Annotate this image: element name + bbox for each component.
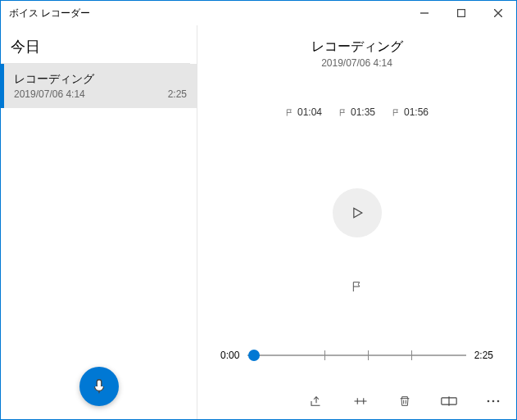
window-controls — [406, 1, 516, 25]
delete-icon — [398, 394, 411, 409]
list-item[interactable]: レコーディング 2019/07/06 4:14 2:25 — [1, 64, 197, 108]
share-icon — [309, 394, 324, 409]
flag-icon — [338, 108, 347, 117]
recordings-list: レコーディング 2019/07/06 4:14 2:25 — [1, 64, 197, 419]
svg-rect-1 — [457, 10, 465, 17]
recording-timestamp: 2019/07/06 4:14 — [321, 57, 392, 69]
recording-title: レコーディング — [311, 38, 403, 56]
add-marker-button[interactable] — [351, 280, 364, 296]
flag-icon — [285, 108, 294, 117]
sidebar-section-header: 今日 — [1, 25, 190, 64]
trim-icon — [353, 394, 368, 409]
app-window: ボイス レコーダー 今日 レコーディング 2019/07/06 4:14 2:2… — [0, 0, 517, 420]
share-button[interactable] — [305, 390, 328, 413]
minimize-icon — [420, 9, 429, 17]
play-button[interactable] — [333, 188, 382, 237]
timeline-tick — [324, 350, 325, 360]
marker-time: 01:56 — [404, 106, 429, 118]
rename-icon — [441, 395, 457, 408]
list-item-sub: 2019/07/06 4:14 2:25 — [14, 88, 187, 100]
trim-button[interactable] — [349, 390, 372, 413]
timeline-end: 2:25 — [474, 350, 493, 361]
timeline-line — [247, 355, 465, 356]
delete-button[interactable] — [393, 390, 416, 413]
timeline: 0:00 2:25 — [220, 347, 493, 364]
titlebar: ボイス レコーダー — [1, 1, 516, 25]
svg-point-16 — [492, 400, 495, 403]
close-icon — [494, 9, 502, 17]
svg-point-15 — [488, 400, 490, 403]
svg-point-17 — [497, 400, 500, 403]
marker-time: 01:35 — [351, 106, 375, 118]
mic-icon — [90, 377, 108, 395]
more-button[interactable] — [482, 390, 505, 413]
marker-time: 01:04 — [297, 106, 322, 118]
more-icon — [486, 399, 501, 404]
body: 今日 レコーディング 2019/07/06 4:14 2:25 — [1, 25, 516, 419]
marker-item[interactable]: 01:35 — [338, 106, 375, 118]
close-button[interactable] — [479, 1, 516, 25]
flag-icon — [392, 108, 401, 117]
marker-item[interactable]: 01:04 — [285, 106, 322, 118]
marker-item[interactable]: 01:56 — [392, 106, 429, 118]
play-icon — [349, 205, 365, 221]
maximize-icon — [457, 9, 465, 17]
action-bar — [305, 390, 505, 413]
maximize-button[interactable] — [442, 1, 479, 25]
app-title: ボイス レコーダー — [9, 7, 90, 20]
sidebar: 今日 レコーディング 2019/07/06 4:14 2:25 — [1, 25, 197, 419]
timeline-tick — [411, 350, 412, 360]
rename-button[interactable] — [438, 390, 460, 413]
timeline-track[interactable] — [247, 347, 465, 364]
timeline-thumb[interactable] — [248, 350, 260, 361]
main-panel: レコーディング 2019/07/06 4:14 01:04 01:35 01:5… — [197, 25, 516, 419]
minimize-button[interactable] — [406, 1, 442, 25]
list-item-title: レコーディング — [14, 72, 187, 87]
list-item-timestamp: 2019/07/06 4:14 — [14, 88, 85, 100]
timeline-tick — [368, 350, 369, 360]
record-button[interactable] — [79, 367, 119, 406]
timeline-start: 0:00 — [220, 350, 239, 361]
flag-icon — [351, 280, 364, 293]
svg-marker-6 — [353, 208, 361, 218]
markers-row: 01:04 01:35 01:56 — [285, 106, 429, 118]
list-item-duration: 2:25 — [168, 88, 187, 100]
